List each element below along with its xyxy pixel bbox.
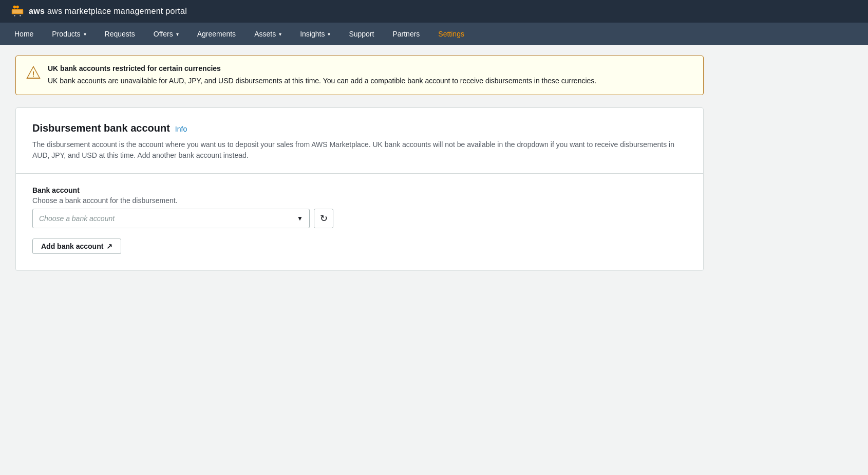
warning-content: UK bank accounts restricted for certain … bbox=[48, 64, 596, 86]
refresh-icon: ↻ bbox=[320, 213, 328, 224]
add-bank-account-label: Add bank account bbox=[41, 242, 103, 250]
svg-point-1 bbox=[19, 6, 22, 9]
bank-account-select[interactable]: Choose a bank account ▼ bbox=[32, 209, 310, 228]
nav-item-home[interactable]: Home bbox=[5, 23, 43, 45]
svg-point-8 bbox=[20, 15, 21, 16]
nav-item-support[interactable]: Support bbox=[339, 23, 383, 45]
products-chevron: ▾ bbox=[84, 31, 86, 37]
top-bar: aws aws marketplace management portal bbox=[0, 0, 868, 23]
section-divider bbox=[16, 173, 703, 174]
nav-item-offers[interactable]: Offers ▾ bbox=[144, 23, 188, 45]
nav-item-assets[interactable]: Assets ▾ bbox=[245, 23, 291, 45]
section-description: The disbursement account is the account … bbox=[32, 139, 687, 161]
bank-account-label: Bank account bbox=[32, 186, 687, 194]
nav-item-insights[interactable]: Insights ▾ bbox=[291, 23, 339, 45]
nav-bar: Home Products ▾ Requests Offers ▾ Agreem… bbox=[0, 23, 868, 45]
warning-title: UK bank accounts restricted for certain … bbox=[48, 64, 596, 72]
bank-account-row: Choose a bank account ▼ ↻ bbox=[32, 209, 687, 228]
brand-text: aws aws marketplace management portal bbox=[29, 7, 187, 16]
disbursement-section-card: Disbursement bank account Info The disbu… bbox=[15, 107, 704, 271]
assets-chevron: ▾ bbox=[279, 31, 281, 37]
info-link[interactable]: Info bbox=[175, 125, 187, 133]
nav-item-products[interactable]: Products ▾ bbox=[43, 23, 95, 45]
section-header: Disbursement bank account Info bbox=[32, 122, 687, 134]
offers-chevron: ▾ bbox=[176, 31, 179, 37]
refresh-button[interactable]: ↻ bbox=[314, 209, 333, 228]
dropdown-arrow-icon: ▼ bbox=[297, 215, 303, 222]
main-content: ! UK bank accounts restricted for certai… bbox=[0, 45, 719, 294]
bank-account-placeholder: Choose a bank account bbox=[39, 214, 115, 223]
svg-point-0 bbox=[13, 6, 16, 9]
nav-item-agreements[interactable]: Agreements bbox=[188, 23, 245, 45]
aws-logo-icon bbox=[10, 4, 25, 19]
warning-text: UK bank accounts are unavailable for AUD… bbox=[48, 76, 596, 86]
nav-item-requests[interactable]: Requests bbox=[96, 23, 144, 45]
svg-point-7 bbox=[14, 15, 15, 16]
external-link-icon: ↗ bbox=[106, 242, 112, 250]
bank-account-hint: Choose a bank account for the disburseme… bbox=[32, 196, 687, 205]
svg-text:!: ! bbox=[32, 70, 35, 78]
nav-item-settings[interactable]: Settings bbox=[429, 23, 474, 45]
insights-chevron: ▾ bbox=[328, 31, 330, 37]
section-title: Disbursement bank account bbox=[32, 122, 170, 134]
warning-icon: ! bbox=[26, 65, 41, 80]
warning-box: ! UK bank accounts restricted for certai… bbox=[15, 56, 704, 95]
svg-rect-4 bbox=[12, 10, 23, 13]
add-bank-account-button[interactable]: Add bank account ↗ bbox=[32, 239, 121, 254]
nav-item-partners[interactable]: Partners bbox=[383, 23, 429, 45]
svg-point-2 bbox=[16, 6, 19, 9]
